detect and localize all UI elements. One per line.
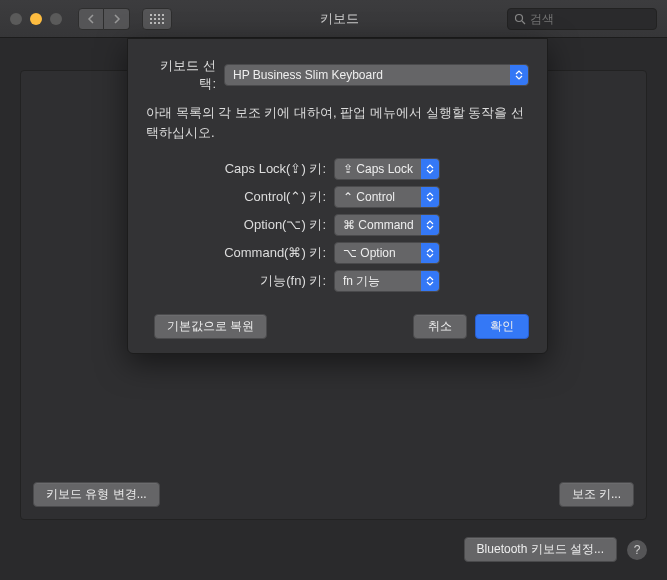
select-value: ⇪ Caps Lock — [343, 162, 413, 176]
modifier-keys-button[interactable]: 보조 키... — [559, 482, 634, 507]
close-window-button[interactable] — [10, 13, 22, 25]
traffic-lights — [10, 13, 62, 25]
dropdown-arrows-icon — [421, 159, 439, 179]
modifier-keys-sheet: 키보드 선택: HP Business Slim Keyboard 아래 목록의… — [127, 38, 548, 354]
dropdown-arrows-icon — [421, 187, 439, 207]
key-row-option: Option(⌥) 키: ⌘ Command — [146, 214, 529, 236]
dropdown-arrows-icon — [421, 243, 439, 263]
svg-rect-10 — [158, 22, 160, 24]
bluetooth-keyboard-setup-button[interactable]: Bluetooth 키보드 설정... — [464, 537, 617, 562]
fn-select[interactable]: fn 기능 — [334, 270, 440, 292]
key-label: 기능(fn) 키: — [146, 272, 326, 290]
svg-rect-2 — [158, 14, 160, 16]
svg-rect-11 — [162, 22, 164, 24]
command-select[interactable]: ⌥ Option — [334, 242, 440, 264]
minimize-window-button[interactable] — [30, 13, 42, 25]
key-row-capslock: Caps Lock(⇪) 키: ⇪ Caps Lock — [146, 158, 529, 180]
sheet-description: 아래 목록의 각 보조 키에 대하여, 팝업 메뉴에서 실행할 동작을 선택하십… — [146, 103, 529, 142]
control-select[interactable]: ⌃ Control — [334, 186, 440, 208]
svg-rect-6 — [158, 18, 160, 20]
option-select[interactable]: ⌘ Command — [334, 214, 440, 236]
sheet-button-bar: 기본값으로 복원 취소 확인 — [146, 314, 529, 339]
nav-buttons — [78, 8, 130, 30]
capslock-select[interactable]: ⇪ Caps Lock — [334, 158, 440, 180]
dropdown-arrows-icon — [421, 215, 439, 235]
change-keyboard-type-button[interactable]: 키보드 유형 변경... — [33, 482, 160, 507]
key-label: Caps Lock(⇪) 키: — [146, 160, 326, 178]
search-field[interactable] — [507, 8, 657, 30]
window-title: 키보드 — [180, 10, 499, 28]
key-mapping-rows: Caps Lock(⇪) 키: ⇪ Caps Lock Control(⌃) 키… — [146, 158, 529, 292]
forward-button[interactable] — [104, 8, 130, 30]
restore-defaults-button[interactable]: 기본값으로 복원 — [154, 314, 267, 339]
help-button[interactable]: ? — [627, 540, 647, 560]
select-value: ⌥ Option — [343, 246, 396, 260]
search-input[interactable] — [530, 12, 650, 26]
key-label: Option(⌥) 키: — [146, 216, 326, 234]
select-value: ⌘ Command — [343, 218, 414, 232]
svg-line-13 — [522, 21, 525, 24]
key-row-fn: 기능(fn) 키: fn 기능 — [146, 270, 529, 292]
svg-rect-8 — [150, 22, 152, 24]
ok-button[interactable]: 확인 — [475, 314, 529, 339]
back-button[interactable] — [78, 8, 104, 30]
svg-rect-5 — [154, 18, 156, 20]
svg-rect-0 — [150, 14, 152, 16]
dropdown-arrows-icon — [510, 65, 528, 85]
key-row-command: Command(⌘) 키: ⌥ Option — [146, 242, 529, 264]
keyboard-select-label: 키보드 선택: — [146, 57, 216, 93]
keyboard-select[interactable]: HP Business Slim Keyboard — [224, 64, 529, 86]
key-label: Control(⌃) 키: — [146, 188, 326, 206]
svg-point-12 — [516, 14, 523, 21]
dropdown-arrows-icon — [421, 271, 439, 291]
key-label: Command(⌘) 키: — [146, 244, 326, 262]
svg-rect-1 — [154, 14, 156, 16]
select-value: ⌃ Control — [343, 190, 395, 204]
svg-rect-9 — [154, 22, 156, 24]
svg-rect-7 — [162, 18, 164, 20]
cancel-button[interactable]: 취소 — [413, 314, 467, 339]
key-row-control: Control(⌃) 키: ⌃ Control — [146, 186, 529, 208]
keyboard-select-value: HP Business Slim Keyboard — [233, 68, 383, 82]
window-toolbar: 키보드 — [0, 0, 667, 38]
window-footer: Bluetooth 키보드 설정... ? — [464, 537, 647, 562]
svg-rect-4 — [150, 18, 152, 20]
search-icon — [514, 13, 526, 25]
show-all-button[interactable] — [142, 8, 172, 30]
select-value: fn 기능 — [343, 273, 380, 290]
svg-rect-3 — [162, 14, 164, 16]
zoom-window-button[interactable] — [50, 13, 62, 25]
